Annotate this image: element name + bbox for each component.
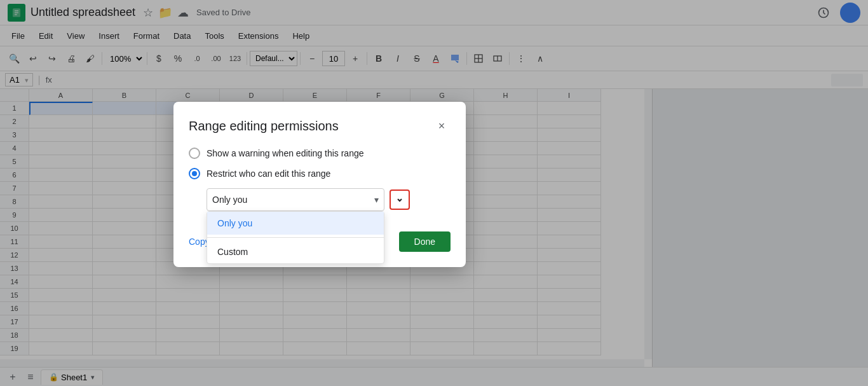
dropdown-divider <box>207 237 384 238</box>
dropdown-arrow-btn[interactable] <box>390 190 410 210</box>
dropdown-select-chevron: ▾ <box>374 195 379 205</box>
range-editing-dialog: Range editing permissions × Show a warni… <box>173 102 466 267</box>
dialog-title: Range editing permissions <box>189 119 339 134</box>
dropdown-option-custom[interactable]: Custom <box>207 240 384 263</box>
dropdown-select[interactable]: Only you ▾ <box>207 188 384 211</box>
dialog-close-btn[interactable]: × <box>433 117 451 135</box>
dropdown-selected-value: Only you <box>212 195 247 205</box>
dropdown-wrapper: Only you ▾ Only you Custom <box>207 188 384 211</box>
dialog-header: Range editing permissions × <box>189 117 451 135</box>
dropdown-row: Only you ▾ Only you Custom <box>207 188 451 211</box>
done-button[interactable]: Done <box>399 231 451 252</box>
option-warning[interactable]: Show a warning when editing this range <box>189 148 451 159</box>
radio-restrict[interactable] <box>189 168 200 179</box>
option-restrict-label: Restrict who can edit this range <box>207 169 330 179</box>
dropdown-option-only-you[interactable]: Only you <box>207 212 384 235</box>
radio-warning[interactable] <box>189 148 200 159</box>
option-warning-label: Show a warning when editing this range <box>207 148 364 158</box>
dropdown-list: Only you Custom <box>207 211 384 264</box>
option-restrict[interactable]: Restrict who can edit this range <box>189 168 451 179</box>
